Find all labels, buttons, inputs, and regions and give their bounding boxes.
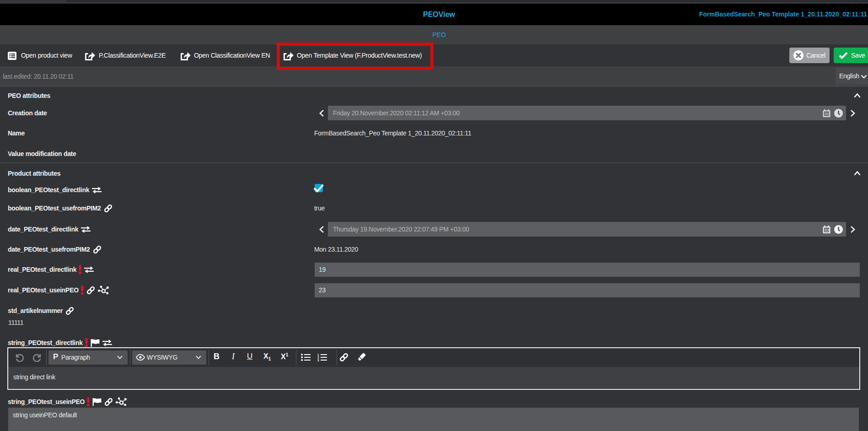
svg-text:3: 3 bbox=[317, 359, 319, 362]
